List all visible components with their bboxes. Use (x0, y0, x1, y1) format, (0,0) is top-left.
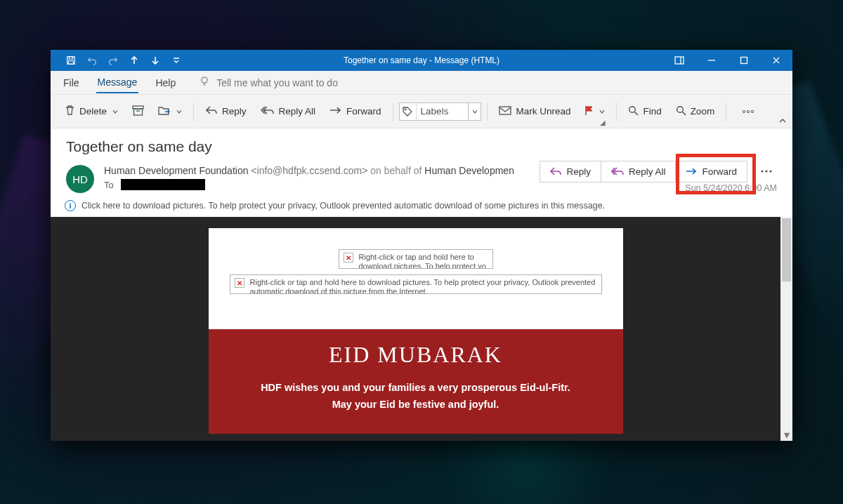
header-reply-label: Reply (566, 166, 591, 177)
minimize-button[interactable] (695, 50, 728, 71)
previous-item-button[interactable] (124, 50, 145, 71)
collapse-ribbon-button[interactable] (778, 116, 787, 126)
tab-help[interactable]: Help (154, 73, 177, 93)
svg-point-13 (747, 110, 750, 112)
sender-avatar: HD (66, 165, 94, 193)
reply-all-label: Reply All (279, 106, 316, 117)
ribbon-tabs: File Message Help Tell me what you want … (51, 71, 792, 95)
tab-file[interactable]: File (62, 73, 81, 93)
forward-button[interactable]: Forward (324, 103, 387, 119)
eid-heading: EID MUBARAK (223, 342, 609, 368)
tags-dialog-launcher[interactable]: ◢ (600, 119, 606, 126)
email-content-banner: EID MUBARAK HDF wishes you and your fami… (209, 329, 623, 434)
search-icon (628, 105, 639, 118)
zoom-label: Zoom (691, 106, 715, 117)
svg-point-17 (769, 170, 771, 172)
svg-point-11 (677, 106, 683, 112)
reply-all-arrow-icon (261, 105, 275, 117)
archive-button[interactable] (126, 102, 150, 121)
behalf-name: Human Developmen (424, 165, 514, 176)
scroll-down-arrow[interactable]: ▾ (780, 429, 792, 441)
message-action-bar: Reply Reply All Forward (540, 159, 778, 183)
blocked-image-placeholder[interactable]: ✕ Right-click or tap and hold here to do… (230, 274, 602, 294)
flag-icon (584, 105, 594, 118)
delete-button[interactable]: Delete (59, 102, 124, 121)
lightbulb-icon (200, 76, 209, 89)
blocked-image-text: Right-click or tap and hold here to down… (359, 253, 488, 269)
save-button[interactable] (60, 50, 81, 71)
download-pictures-infobar[interactable]: i Click here to download pictures. To he… (51, 197, 792, 217)
svg-rect-9 (499, 107, 511, 114)
sender-name: Human Development Foundation (104, 165, 248, 176)
tell-me-search[interactable]: Tell me what you want to do (200, 76, 338, 89)
labels-label: Labels (417, 106, 469, 117)
reply-label: Reply (222, 106, 247, 117)
to-recipient-redacted (121, 179, 205, 190)
redo-button[interactable] (103, 50, 124, 71)
outlook-message-window: Together on same day - Message (HTML) Fi… (51, 50, 792, 441)
svg-point-15 (761, 170, 763, 172)
labels-dropdown[interactable]: Labels (399, 102, 482, 121)
svg-rect-4 (741, 58, 747, 64)
tell-me-placeholder: Tell me what you want to do (216, 77, 338, 88)
delete-label: Delete (79, 106, 107, 117)
message-subject: Together on same day (66, 138, 777, 155)
info-icon: i (65, 200, 76, 211)
reply-arrow-icon (205, 105, 218, 117)
find-button[interactable]: Find (622, 102, 667, 121)
tag-icon (400, 103, 417, 120)
blocked-image-x-icon: ✕ (235, 278, 244, 288)
header-forward-label: Forward (702, 166, 737, 177)
svg-rect-2 (69, 61, 74, 64)
svg-point-12 (743, 110, 745, 112)
infobar-text: Click here to download pictures. To help… (81, 201, 605, 211)
envelope-icon (499, 105, 511, 117)
eid-line-1: HDF wishes you and your families a very … (223, 382, 609, 393)
title-bar: Together on same day - Message (HTML) (51, 50, 792, 71)
svg-point-14 (752, 110, 754, 112)
svg-rect-3 (675, 57, 684, 64)
reply-all-button[interactable]: Reply All (255, 102, 322, 120)
blocked-image-placeholder[interactable]: ✕ Right-click or tap and hold here to do… (339, 249, 493, 269)
message-body: ✕ Right-click or tap and hold here to do… (51, 217, 780, 441)
zoom-button[interactable]: Zoom (670, 102, 721, 121)
next-item-button[interactable] (145, 50, 166, 71)
ribbon-overflow-button[interactable] (736, 107, 760, 117)
close-button[interactable] (760, 50, 792, 71)
header-reply-all-button[interactable]: Reply All (601, 161, 676, 182)
forward-arrow-icon (329, 106, 342, 117)
header-reply-button[interactable]: Reply (540, 161, 601, 182)
header-more-actions-button[interactable] (754, 159, 778, 183)
trash-icon (65, 105, 75, 118)
move-to-folder-icon (158, 105, 171, 118)
labels-caret[interactable] (468, 103, 481, 120)
flag-button[interactable] (579, 102, 610, 121)
svg-rect-7 (134, 109, 143, 115)
sender-address: <info@hdfpk.ccsend.com> (251, 165, 367, 176)
forward-label: Forward (346, 106, 381, 117)
find-label: Find (643, 106, 661, 117)
blocked-image-x-icon: ✕ (344, 253, 353, 263)
scrollbar-thumb[interactable] (782, 218, 791, 281)
on-behalf-text: on behalf of (370, 165, 424, 176)
archive-icon (132, 105, 144, 118)
header-forward-button[interactable]: Forward (675, 161, 747, 182)
ribbon-display-options-button[interactable] (663, 50, 695, 71)
reply-button[interactable]: Reply (200, 102, 252, 120)
tab-message[interactable]: Message (96, 72, 139, 93)
customize-qat-button[interactable] (166, 50, 187, 71)
mark-unread-button[interactable]: Mark Unread (493, 102, 576, 120)
message-header: Together on same day HD Human Developmen… (51, 128, 792, 197)
quick-access-toolbar (51, 50, 187, 71)
ribbon: Delete Reply Reply All (51, 95, 792, 128)
header-reply-all-label: Reply All (629, 166, 666, 177)
undo-button[interactable] (81, 50, 103, 71)
mark-unread-label: Mark Unread (516, 106, 570, 117)
eid-line-2: May your Eid be festive and joyful. (223, 399, 609, 410)
blocked-image-text: Right-click or tap and hold here to down… (250, 278, 597, 294)
svg-point-16 (765, 170, 767, 172)
move-button[interactable] (152, 102, 188, 121)
vertical-scrollbar[interactable]: ▾ (780, 217, 792, 441)
zoom-icon (676, 105, 686, 118)
maximize-button[interactable] (728, 50, 760, 71)
